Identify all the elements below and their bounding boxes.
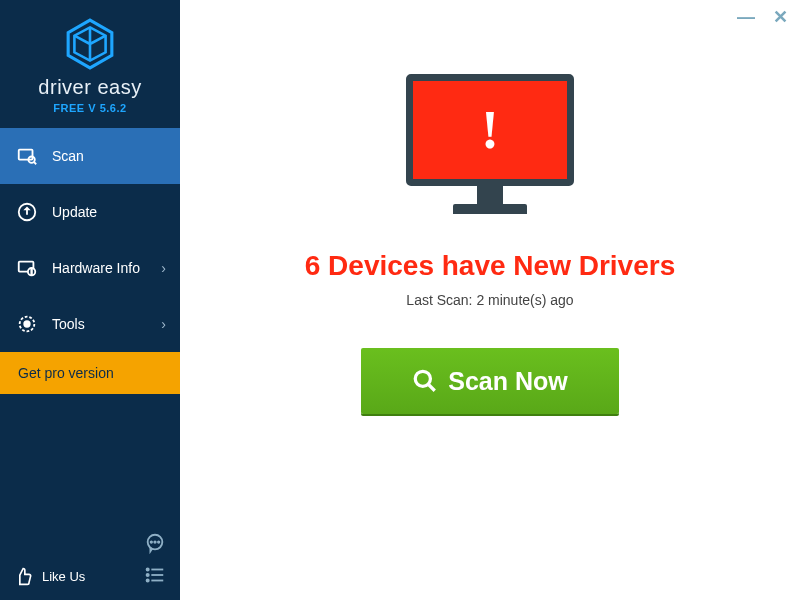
svg-line-21 <box>429 384 436 391</box>
svg-rect-2 <box>19 150 33 160</box>
logo-area: driver easy FREE V 5.6.2 <box>0 0 180 128</box>
window-controls: — ✕ <box>737 8 788 26</box>
menu-list-icon[interactable] <box>144 564 166 586</box>
svg-point-9 <box>24 321 30 327</box>
close-button[interactable]: ✕ <box>773 8 788 26</box>
scan-icon <box>16 145 38 167</box>
app-window: driver easy FREE V 5.6.2 Scan <box>0 0 800 600</box>
version-label: FREE V 5.6.2 <box>0 102 180 114</box>
sidebar-item-label: Tools <box>52 316 85 332</box>
main-area: — ✕ ! 6 Devices have New Drivers Last Sc… <box>180 0 800 600</box>
svg-line-4 <box>34 162 36 164</box>
feedback-icon[interactable] <box>144 532 166 554</box>
sidebar: driver easy FREE V 5.6.2 Scan <box>0 0 180 600</box>
svg-point-13 <box>158 541 159 542</box>
sidebar-item-hardware-info[interactable]: i Hardware Info › <box>0 240 180 296</box>
monitor-base <box>453 204 527 214</box>
sidebar-item-tools[interactable]: Tools › <box>0 296 180 352</box>
like-us-label: Like Us <box>42 569 85 584</box>
minimize-button[interactable]: — <box>737 8 755 26</box>
like-us-button[interactable]: Like Us <box>14 566 85 586</box>
sidebar-item-label: Scan <box>52 148 84 164</box>
update-icon <box>16 201 38 223</box>
monitor-screen: ! <box>406 74 574 186</box>
last-scan-text: Last Scan: 2 minute(s) ago <box>406 292 573 308</box>
brand-name: driver easy <box>0 76 180 99</box>
chevron-right-icon: › <box>161 260 166 276</box>
sidebar-item-update[interactable]: Update <box>0 184 180 240</box>
sidebar-item-label: Update <box>52 204 97 220</box>
monitor-stand <box>477 186 503 204</box>
chevron-right-icon: › <box>161 316 166 332</box>
spacer <box>0 394 180 524</box>
alert-monitor-icon: ! <box>406 74 574 224</box>
sidebar-item-scan[interactable]: Scan <box>0 128 180 184</box>
svg-point-16 <box>147 574 149 576</box>
bottom-icons <box>144 532 166 586</box>
content: ! 6 Devices have New Drivers Last Scan: … <box>180 0 800 600</box>
scan-now-label: Scan Now <box>448 367 567 396</box>
search-icon <box>412 368 438 394</box>
scan-now-button[interactable]: Scan Now <box>361 348 619 414</box>
svg-text:i: i <box>31 269 32 275</box>
hardware-info-icon: i <box>16 257 38 279</box>
svg-point-14 <box>147 568 149 570</box>
exclamation-icon: ! <box>481 99 499 161</box>
sidebar-bottom: Like Us <box>0 524 180 600</box>
svg-point-20 <box>416 371 431 386</box>
app-logo-icon <box>64 18 116 70</box>
svg-point-18 <box>147 579 149 581</box>
sidebar-item-label: Hardware Info <box>52 260 140 276</box>
thumbs-up-icon <box>14 566 34 586</box>
get-pro-button[interactable]: Get pro version <box>0 352 180 394</box>
headline-text: 6 Devices have New Drivers <box>305 250 675 282</box>
tools-icon <box>16 313 38 335</box>
svg-point-11 <box>151 541 152 542</box>
svg-point-12 <box>154 541 155 542</box>
nav: Scan Update i <box>0 128 180 352</box>
pro-label: Get pro version <box>18 365 114 381</box>
